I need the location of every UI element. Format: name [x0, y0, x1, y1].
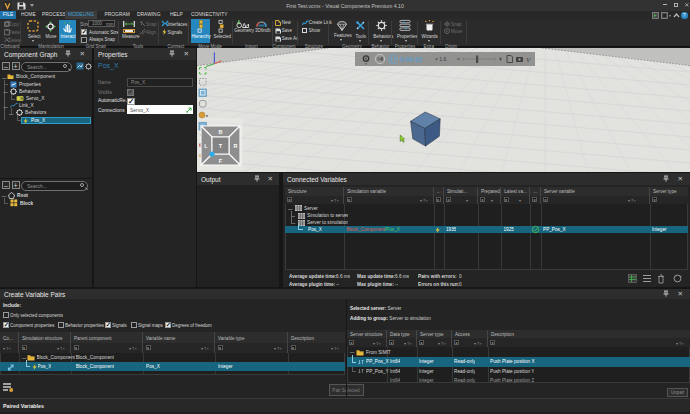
svg-text:0:00:02: 0:00:02 — [400, 56, 423, 63]
svg-text:× 1.6: × 1.6 — [435, 56, 446, 62]
svg-text:V: V — [526, 56, 531, 64]
svg-text:B: B — [219, 129, 223, 135]
svg-text:R: R — [234, 143, 238, 149]
